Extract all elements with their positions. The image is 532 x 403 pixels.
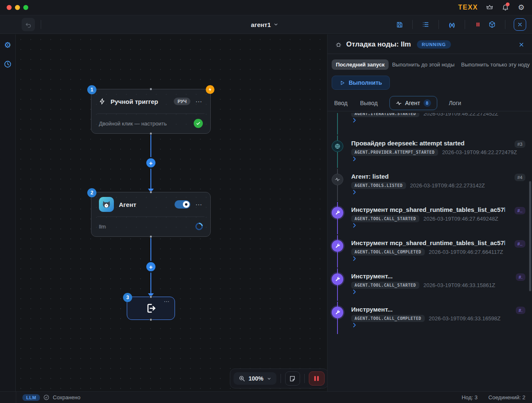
model-badge: LLM (22, 394, 40, 401)
expand-chevron-icon[interactable] (351, 256, 526, 262)
output-port[interactable] (150, 318, 153, 321)
node-hint: Двойной клик — настроить (99, 120, 167, 127)
expand-chevron-icon[interactable] (351, 322, 526, 328)
workflow-canvas[interactable]: + + 1 Ручной триггер РУЧ ⋯ Двой (16, 34, 328, 391)
debug-panel-title: Отладка ноды: llm (346, 40, 411, 49)
event-title: Инструмент mcp_shared_runtime_tables_lis… (351, 239, 505, 246)
undo-button[interactable] (22, 18, 35, 31)
run-mode-until-node[interactable]: Выполнить до этой ноды (392, 61, 454, 68)
activity-icon (396, 100, 402, 106)
node-index-badge: 1 (87, 85, 96, 94)
event-type-badge: AGENT.ITERATION.STARTED (351, 113, 419, 117)
event-row[interactable]: Инструмент mcp_shared_runtime_tables_lis… (332, 235, 526, 268)
node-subtitle: llm (99, 224, 106, 230)
run-button[interactable]: Выполнить (332, 76, 390, 90)
input-port[interactable] (150, 88, 153, 91)
variables-icon[interactable]: (x) (445, 18, 459, 31)
close-window-button[interactable] (7, 5, 12, 10)
node-menu-button[interactable]: ⋯ (195, 201, 203, 209)
event-title: Провайдер deepseek: attempt started (351, 140, 505, 147)
provider-globe-icon (332, 140, 343, 152)
node-output[interactable]: 3 ⋯ (127, 297, 175, 320)
node-menu-button[interactable]: ⋯ (195, 98, 203, 106)
canvas-controls: 100% (230, 369, 328, 388)
expand-chevron-icon[interactable] (351, 189, 526, 195)
node-enabled-toggle[interactable] (175, 200, 190, 209)
wrench-tool-icon (332, 273, 343, 285)
agent-events-count: 8 (424, 99, 431, 107)
event-timestamp: 2026-03-19T09:46:22.273142Z (410, 182, 485, 189)
traffic-lights[interactable] (7, 5, 28, 10)
event-row[interactable]: Провайдер deepseek: attempt started AGEN… (332, 135, 526, 168)
workflow-title-dropdown[interactable]: агент1 (251, 21, 278, 28)
tab-output[interactable]: Вывод (359, 98, 378, 108)
run-mode-only-node[interactable]: Выполнить только эту ноду (461, 61, 530, 68)
event-timestamp: 2026-03-19T09:46:33.15861Z (424, 282, 495, 288)
close-editor-button[interactable] (514, 18, 526, 31)
output-port[interactable] (150, 235, 153, 238)
close-icon (517, 22, 523, 27)
play-icon (340, 80, 345, 86)
event-type-badge: AGENT.TOOLS.LISTED (351, 182, 406, 189)
settings-gear-icon[interactable]: ⚙ (517, 3, 525, 12)
event-row[interactable]: Инструмент... AGENT.TOOL.CALL_STARTED 20… (332, 268, 526, 301)
minimize-window-button[interactable] (15, 5, 20, 10)
output-port[interactable] (150, 132, 153, 135)
expand-chevron-icon[interactable] (351, 156, 526, 162)
node-agent[interactable]: 2 Агент ⋯ llm (91, 192, 211, 237)
event-row[interactable]: Инструмент... AGENT.TOOL.CALL_COMPLETED … (332, 302, 526, 334)
zoom-window-button[interactable] (23, 5, 28, 10)
tab-agent[interactable]: Агент 8 (389, 96, 437, 110)
list-icon[interactable] (419, 18, 433, 31)
controls-divider (281, 374, 281, 383)
history-clock-icon[interactable] (4, 60, 12, 68)
add-node-button[interactable]: + (146, 158, 155, 167)
toolbar-divider (412, 20, 413, 29)
event-type-badge: AGENT.TOOL.CALL_COMPLETED (351, 248, 425, 256)
event-type-badge: AGENT.TOOL.CALL_STARTED (351, 282, 419, 289)
input-port[interactable] (150, 295, 153, 298)
add-node-button[interactable]: + (146, 262, 155, 271)
running-spinner-icon (194, 221, 204, 231)
toolbar-divider (438, 20, 439, 29)
tab-input[interactable]: Ввод (333, 98, 348, 108)
controls-divider (304, 374, 305, 383)
event-timestamp: 2026-03-19T09:46:33.16598Z (429, 315, 501, 322)
expand-chevron-icon[interactable] (351, 222, 526, 229)
expand-chevron-icon[interactable] (351, 289, 526, 295)
zoom-control[interactable]: 100% (234, 372, 276, 385)
run-mode-last-run[interactable]: Последний запуск (332, 59, 389, 70)
input-port[interactable] (150, 191, 153, 194)
saved-status: Сохранено (53, 394, 80, 401)
crown-icon[interactable] (485, 3, 494, 12)
event-title: Агент: listed (351, 173, 505, 180)
event-number-badge: #. (516, 307, 525, 314)
event-timestamp: 2026-03-19T09:46:27.664117Z (429, 249, 503, 255)
event-number-badge: #4 (515, 174, 525, 181)
tab-logs[interactable]: Логи (448, 98, 462, 108)
canvas-settings-gear-icon[interactable]: ⚙ (4, 41, 11, 49)
event-number-badge: #3 (515, 140, 525, 148)
chevron-down-icon (273, 22, 278, 27)
close-panel-button[interactable] (518, 42, 525, 48)
editor-toolbar: агент1 (x) (0, 15, 532, 34)
event-row[interactable]: Инструмент mcp_shared_runtime_tables_lis… (332, 202, 526, 234)
node-manual-trigger[interactable]: 1 Ручной триггер РУЧ ⋯ Двойной клик — на… (91, 89, 211, 134)
save-icon[interactable] (392, 18, 406, 31)
stop-run-button[interactable] (309, 371, 325, 386)
sticky-note-icon (289, 375, 296, 382)
expand-chevron-icon[interactable] (351, 117, 526, 123)
toolbar-divider (505, 20, 505, 29)
status-badge: RUNNING (417, 40, 451, 49)
sticky-note-button[interactable] (285, 371, 300, 386)
event-timestamp: 2026-03-19T09:46:22.272452Z (424, 113, 498, 117)
event-row[interactable]: AGENT.ITERATION.STARTED 2026-03-19T09:46… (332, 113, 526, 135)
package-cube-icon[interactable] (485, 18, 499, 31)
event-row[interactable]: Агент: listed AGENT.TOOLS.LISTED 2026-03… (332, 169, 526, 201)
scrollbar-thumb[interactable] (529, 181, 531, 291)
notifications-bell-icon[interactable] (501, 3, 510, 12)
event-title: Инструмент... (351, 306, 505, 313)
agent-events-list[interactable]: AGENT.ITERATION.STARTED 2026-03-19T09:46… (328, 111, 532, 391)
pause-icon[interactable] (471, 18, 485, 31)
node-menu-button[interactable]: ⋯ (164, 298, 170, 305)
